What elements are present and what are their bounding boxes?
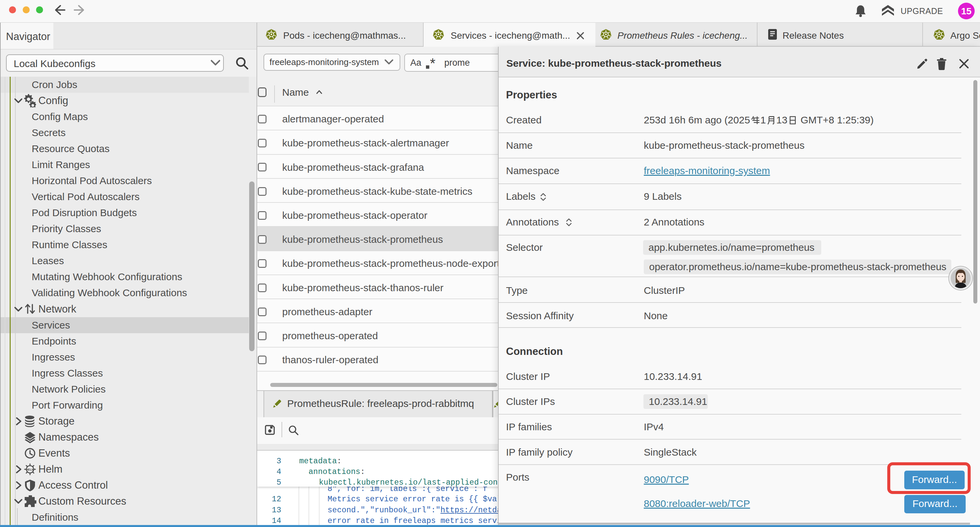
svg-text:HELM: HELM [26, 468, 34, 471]
